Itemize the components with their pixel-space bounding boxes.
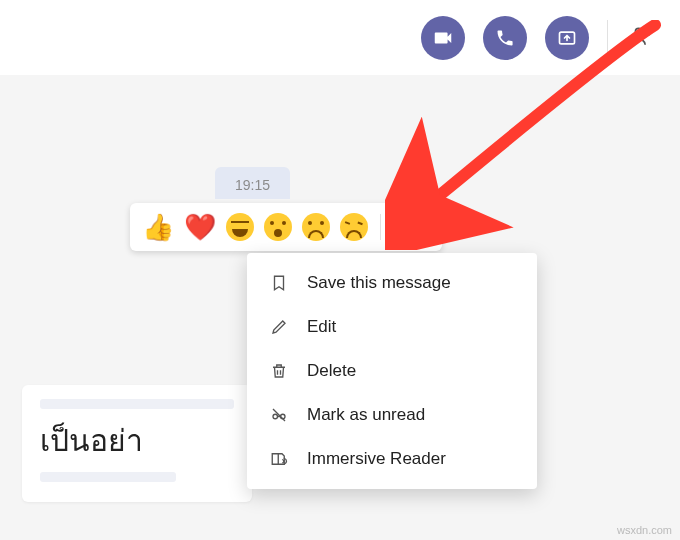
menu-item-edit[interactable]: Edit [247, 305, 537, 349]
header-actions [421, 16, 660, 60]
svg-point-3 [273, 414, 278, 419]
svg-point-2 [645, 30, 650, 35]
placeholder-line [40, 399, 234, 409]
video-call-button[interactable] [421, 16, 465, 60]
menu-label: Edit [307, 317, 336, 337]
menu-item-save[interactable]: Save this message [247, 261, 537, 305]
reaction-bar: 👍 ❤️ ••• [130, 203, 442, 251]
people-add-icon [630, 23, 656, 49]
menu-label: Immersive Reader [307, 449, 446, 469]
header-divider [607, 20, 608, 56]
message-timestamp: 19:15 [215, 167, 290, 199]
message-context-menu: Save this message Edit Delete Mark as un… [247, 253, 537, 489]
trash-icon [269, 361, 289, 381]
share-screen-button[interactable] [545, 16, 589, 60]
pencil-icon [269, 317, 289, 337]
add-people-button[interactable] [626, 19, 660, 57]
reaction-sad[interactable] [302, 213, 330, 241]
reaction-surprised[interactable] [264, 213, 292, 241]
watermark: wsxdn.com [617, 524, 672, 536]
menu-item-mark-unread[interactable]: Mark as unread [247, 393, 537, 437]
chat-header [0, 0, 680, 75]
chat-area: 19:15 👍 ❤️ ••• Save this message Edit D [0, 75, 680, 540]
placeholder-line [40, 472, 176, 482]
immersive-reader-icon [269, 449, 289, 469]
svg-point-1 [635, 28, 642, 35]
menu-label: Save this message [307, 273, 451, 293]
video-icon [432, 27, 454, 49]
reaction-like[interactable]: 👍 [142, 214, 174, 240]
glasses-slash-icon [269, 405, 289, 425]
phone-icon [495, 28, 515, 48]
reaction-divider [380, 214, 381, 240]
menu-item-immersive-reader[interactable]: Immersive Reader [247, 437, 537, 481]
audio-call-button[interactable] [483, 16, 527, 60]
compose-text: เป็นอย่า [40, 415, 234, 466]
menu-item-delete[interactable]: Delete [247, 349, 537, 393]
menu-label: Mark as unread [307, 405, 425, 425]
menu-label: Delete [307, 361, 356, 381]
reaction-laugh[interactable] [226, 213, 254, 241]
reaction-angry[interactable] [340, 213, 368, 241]
share-tray-icon [557, 28, 577, 48]
more-options-button[interactable]: ••• [393, 216, 430, 238]
bookmark-icon [269, 273, 289, 293]
reaction-heart[interactable]: ❤️ [184, 214, 216, 240]
compose-box[interactable]: เป็นอย่า [22, 385, 252, 502]
